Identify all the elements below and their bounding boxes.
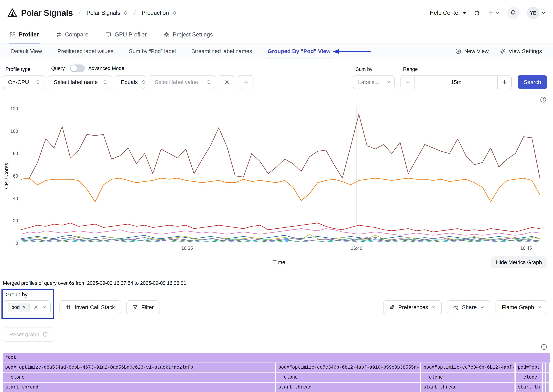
flame-node[interactable]: pod="optimize-ec7e346b-6b12-4abf-a910-b5…: [276, 363, 420, 372]
tab-gpu-profiler-label: GPU Profiler: [115, 31, 147, 38]
range-decrease-button[interactable]: [401, 76, 415, 89]
avatar: YE: [527, 7, 539, 19]
flame-node[interactable]: __clone: [516, 373, 542, 382]
gear-icon: [164, 32, 169, 38]
metrics-chart[interactable]: 16:3516:4016:45020406080100120CPU Cores: [3, 105, 547, 254]
flame-node[interactable]: start_thread: [421, 383, 515, 392]
flame-node[interactable]: pod="optimize-d8a534ad-8cbb-4673-91a2-0a…: [3, 363, 275, 372]
info-icon[interactable]: [540, 97, 546, 103]
flame-node[interactable]: __clone: [3, 373, 275, 382]
help-center-label: Help Center: [430, 10, 460, 16]
gpu-icon: [105, 32, 111, 38]
group-by-chip-pod[interactable]: pod: [8, 303, 30, 312]
flame-node[interactable]: _: [546, 373, 549, 382]
profile-type-group: Profile type On-CPU: [3, 67, 44, 89]
flame-row: pod="optimize-d8a534ad-8cbb-4673-91a2-0a…: [3, 363, 550, 372]
stack-actions: Invert Call Stack Filter: [59, 300, 160, 314]
label-value-select[interactable]: Select label value: [150, 75, 215, 89]
group-by-select[interactable]: pod: [4, 300, 51, 314]
tab-profiler[interactable]: Profiler: [10, 26, 39, 43]
flame-node[interactable]: _: [543, 373, 545, 382]
matcher-operator-value: Equals: [121, 79, 138, 85]
breadcrumb-separator: /: [134, 9, 136, 17]
matcher-operator-select[interactable]: Equals: [116, 75, 145, 89]
metrics-section: 16:3516:4016:45020406080100120CPU Cores …: [0, 96, 553, 271]
flame-node[interactable]: pod="opt: [516, 363, 542, 372]
view-tab-label: Grouped By "Pod" View: [268, 48, 330, 54]
tab-gpu-profiler[interactable]: GPU Profiler: [105, 26, 147, 43]
view-tab-label: Sum by “Pod” label: [129, 48, 176, 54]
notifications-button[interactable]: [507, 7, 519, 19]
chevron-down-icon[interactable]: [42, 305, 47, 309]
sum-by-select[interactable]: Labels...: [353, 75, 395, 89]
flame-node[interactable]: start_thread: [276, 383, 420, 392]
funnel-icon: [133, 305, 138, 310]
selected-sample-point[interactable]: [285, 238, 289, 242]
range-value[interactable]: 15m: [415, 76, 497, 89]
range-increase-button[interactable]: [497, 76, 511, 89]
views-actions: New View View Settings: [455, 43, 542, 59]
svg-text:16:45: 16:45: [520, 245, 532, 251]
help-center-menu[interactable]: Help Center: [430, 10, 466, 16]
view-tab-sum-by-pod[interactable]: Sum by “Pod” label: [129, 43, 176, 59]
label-name-placeholder: Select label name: [54, 79, 98, 85]
bell-icon: [510, 10, 516, 16]
view-settings-button[interactable]: View Settings: [500, 48, 542, 54]
share-button[interactable]: Share: [447, 300, 490, 314]
svg-text:40: 40: [13, 196, 18, 201]
flame-node[interactable]: pod="optimize-ec7e346b-6b12-4abf-a: [421, 363, 515, 372]
graph-type-select[interactable]: Flame Graph: [496, 300, 547, 314]
flame-node[interactable]: p: [546, 363, 549, 372]
label-name-select[interactable]: Select label name: [49, 75, 111, 89]
project-selector[interactable]: Polar Signals: [87, 10, 128, 16]
graph-type-value: Flame Graph: [502, 304, 534, 310]
brand[interactable]: Polar Signals: [7, 8, 73, 18]
preferences-button[interactable]: Preferences: [383, 300, 442, 314]
environment-selector[interactable]: Production: [142, 10, 177, 16]
reset-graph-button[interactable]: Reset graph: [3, 328, 54, 342]
invert-call-stack-button[interactable]: Invert Call Stack: [59, 300, 121, 314]
flame-node[interactable]: s: [543, 383, 545, 392]
reset-row: Reset graph: [3, 328, 553, 342]
view-tab-grouped-by-pod[interactable]: Grouped By "Pod" View: [268, 43, 330, 59]
tab-compare[interactable]: Compare: [56, 26, 89, 43]
add-menu-button[interactable]: [488, 10, 500, 16]
flame-node[interactable]: start_th: [516, 383, 542, 392]
view-tab-default[interactable]: Default View: [11, 43, 42, 59]
view-tab-streamlined[interactable]: Streamlined label names: [191, 43, 252, 59]
clear-all-icon[interactable]: [34, 305, 38, 309]
query-mode-row: Query Advanced Mode: [49, 64, 253, 72]
flame-node[interactable]: root: [3, 353, 550, 363]
plus-icon: [488, 10, 494, 16]
label-value-placeholder: Select label value: [155, 79, 198, 85]
new-view-label: New View: [464, 48, 489, 54]
search-button[interactable]: Search: [518, 75, 547, 89]
chip-remove-icon[interactable]: [22, 305, 26, 309]
hide-metrics-graph-button[interactable]: Hide Metrics Graph: [491, 256, 547, 268]
tab-compare-label: Compare: [65, 31, 89, 38]
groupby-toolbar: Group by pod Invert Call Stack Filter: [0, 289, 553, 319]
add-matcher-button[interactable]: [239, 75, 253, 89]
view-tab-label: Prefiltered label values: [57, 48, 113, 54]
flame-node[interactable]: __clone: [276, 373, 420, 382]
svg-text:100: 100: [10, 129, 18, 134]
sum-by-group: Sum by Labels...: [353, 67, 395, 89]
tab-project-settings[interactable]: Project Settings: [164, 26, 213, 43]
info-icon[interactable]: [541, 344, 547, 350]
brand-name: Polar Signals: [21, 8, 73, 18]
view-tab-prefiltered[interactable]: Prefiltered label values: [57, 43, 113, 59]
advanced-mode-toggle[interactable]: [70, 64, 85, 72]
new-view-button[interactable]: New View: [455, 48, 489, 54]
project-selector-label: Polar Signals: [87, 10, 120, 16]
flame-node[interactable]: start_thread: [3, 383, 275, 392]
flame-node[interactable]: __clone: [421, 373, 515, 382]
flame-node[interactable]: p: [543, 363, 545, 372]
filter-button[interactable]: Filter: [126, 300, 160, 314]
share-label: Share: [462, 304, 477, 310]
theme-toggle-button[interactable]: [474, 10, 480, 16]
remove-matcher-button[interactable]: [220, 75, 234, 89]
flame-node[interactable]: s: [546, 383, 549, 392]
user-menu[interactable]: YE: [527, 7, 546, 19]
profile-type-select[interactable]: On-CPU: [3, 75, 44, 89]
svg-text:0: 0: [15, 241, 18, 246]
